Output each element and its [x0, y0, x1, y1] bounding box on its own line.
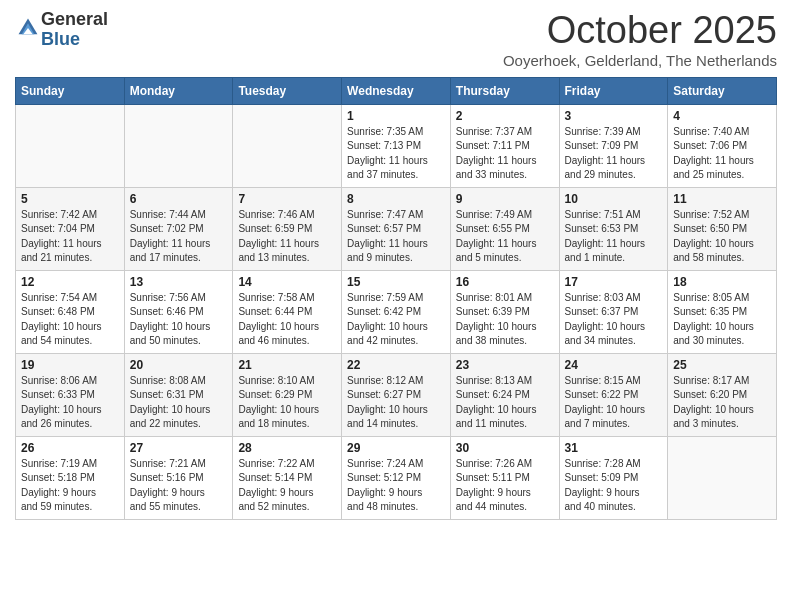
day-number: 29 [347, 441, 445, 455]
calendar-cell: 4Sunrise: 7:40 AM Sunset: 7:06 PM Daylig… [668, 104, 777, 187]
day-number: 4 [673, 109, 771, 123]
column-header-friday: Friday [559, 77, 668, 104]
day-number: 10 [565, 192, 663, 206]
day-number: 13 [130, 275, 228, 289]
month-title: October 2025 [503, 10, 777, 52]
column-header-monday: Monday [124, 77, 233, 104]
day-info: Sunrise: 7:35 AM Sunset: 7:13 PM Dayligh… [347, 125, 445, 183]
day-number: 20 [130, 358, 228, 372]
title-section: October 2025 Ooyerhoek, Gelderland, The … [503, 10, 777, 69]
calendar-cell: 31Sunrise: 7:28 AM Sunset: 5:09 PM Dayli… [559, 436, 668, 519]
day-info: Sunrise: 7:19 AM Sunset: 5:18 PM Dayligh… [21, 457, 119, 515]
calendar-cell: 6Sunrise: 7:44 AM Sunset: 7:02 PM Daylig… [124, 187, 233, 270]
calendar-cell [124, 104, 233, 187]
day-number: 26 [21, 441, 119, 455]
day-number: 25 [673, 358, 771, 372]
calendar-cell: 27Sunrise: 7:21 AM Sunset: 5:16 PM Dayli… [124, 436, 233, 519]
day-info: Sunrise: 7:54 AM Sunset: 6:48 PM Dayligh… [21, 291, 119, 349]
day-info: Sunrise: 8:17 AM Sunset: 6:20 PM Dayligh… [673, 374, 771, 432]
day-number: 24 [565, 358, 663, 372]
day-info: Sunrise: 7:47 AM Sunset: 6:57 PM Dayligh… [347, 208, 445, 266]
day-info: Sunrise: 8:01 AM Sunset: 6:39 PM Dayligh… [456, 291, 554, 349]
day-number: 18 [673, 275, 771, 289]
week-row-5: 26Sunrise: 7:19 AM Sunset: 5:18 PM Dayli… [16, 436, 777, 519]
day-info: Sunrise: 7:51 AM Sunset: 6:53 PM Dayligh… [565, 208, 663, 266]
day-info: Sunrise: 7:26 AM Sunset: 5:11 PM Dayligh… [456, 457, 554, 515]
week-row-3: 12Sunrise: 7:54 AM Sunset: 6:48 PM Dayli… [16, 270, 777, 353]
logo-icon [17, 17, 39, 39]
day-info: Sunrise: 8:08 AM Sunset: 6:31 PM Dayligh… [130, 374, 228, 432]
calendar-cell: 10Sunrise: 7:51 AM Sunset: 6:53 PM Dayli… [559, 187, 668, 270]
calendar-cell: 5Sunrise: 7:42 AM Sunset: 7:04 PM Daylig… [16, 187, 125, 270]
calendar-header-row: SundayMondayTuesdayWednesdayThursdayFrid… [16, 77, 777, 104]
calendar-cell: 30Sunrise: 7:26 AM Sunset: 5:11 PM Dayli… [450, 436, 559, 519]
day-number: 28 [238, 441, 336, 455]
day-number: 11 [673, 192, 771, 206]
day-info: Sunrise: 8:06 AM Sunset: 6:33 PM Dayligh… [21, 374, 119, 432]
calendar-cell: 24Sunrise: 8:15 AM Sunset: 6:22 PM Dayli… [559, 353, 668, 436]
calendar-cell: 1Sunrise: 7:35 AM Sunset: 7:13 PM Daylig… [342, 104, 451, 187]
calendar-cell: 2Sunrise: 7:37 AM Sunset: 7:11 PM Daylig… [450, 104, 559, 187]
day-info: Sunrise: 7:52 AM Sunset: 6:50 PM Dayligh… [673, 208, 771, 266]
day-number: 16 [456, 275, 554, 289]
day-info: Sunrise: 7:58 AM Sunset: 6:44 PM Dayligh… [238, 291, 336, 349]
calendar-cell: 22Sunrise: 8:12 AM Sunset: 6:27 PM Dayli… [342, 353, 451, 436]
week-row-4: 19Sunrise: 8:06 AM Sunset: 6:33 PM Dayli… [16, 353, 777, 436]
day-number: 31 [565, 441, 663, 455]
day-number: 27 [130, 441, 228, 455]
day-info: Sunrise: 7:40 AM Sunset: 7:06 PM Dayligh… [673, 125, 771, 183]
day-info: Sunrise: 8:12 AM Sunset: 6:27 PM Dayligh… [347, 374, 445, 432]
calendar-cell: 13Sunrise: 7:56 AM Sunset: 6:46 PM Dayli… [124, 270, 233, 353]
day-info: Sunrise: 7:21 AM Sunset: 5:16 PM Dayligh… [130, 457, 228, 515]
day-number: 14 [238, 275, 336, 289]
day-number: 1 [347, 109, 445, 123]
column-header-saturday: Saturday [668, 77, 777, 104]
calendar-cell: 19Sunrise: 8:06 AM Sunset: 6:33 PM Dayli… [16, 353, 125, 436]
day-info: Sunrise: 7:49 AM Sunset: 6:55 PM Dayligh… [456, 208, 554, 266]
day-info: Sunrise: 7:22 AM Sunset: 5:14 PM Dayligh… [238, 457, 336, 515]
logo: General Blue [15, 10, 108, 50]
day-number: 7 [238, 192, 336, 206]
day-number: 30 [456, 441, 554, 455]
day-number: 9 [456, 192, 554, 206]
column-header-tuesday: Tuesday [233, 77, 342, 104]
column-header-wednesday: Wednesday [342, 77, 451, 104]
calendar-cell: 23Sunrise: 8:13 AM Sunset: 6:24 PM Dayli… [450, 353, 559, 436]
calendar-cell: 7Sunrise: 7:46 AM Sunset: 6:59 PM Daylig… [233, 187, 342, 270]
day-info: Sunrise: 7:24 AM Sunset: 5:12 PM Dayligh… [347, 457, 445, 515]
calendar-cell [16, 104, 125, 187]
calendar-cell [233, 104, 342, 187]
day-number: 5 [21, 192, 119, 206]
column-header-thursday: Thursday [450, 77, 559, 104]
week-row-1: 1Sunrise: 7:35 AM Sunset: 7:13 PM Daylig… [16, 104, 777, 187]
week-row-2: 5Sunrise: 7:42 AM Sunset: 7:04 PM Daylig… [16, 187, 777, 270]
column-header-sunday: Sunday [16, 77, 125, 104]
calendar-cell: 25Sunrise: 8:17 AM Sunset: 6:20 PM Dayli… [668, 353, 777, 436]
day-info: Sunrise: 7:28 AM Sunset: 5:09 PM Dayligh… [565, 457, 663, 515]
calendar-cell: 14Sunrise: 7:58 AM Sunset: 6:44 PM Dayli… [233, 270, 342, 353]
day-number: 17 [565, 275, 663, 289]
page-header: General Blue October 2025 Ooyerhoek, Gel… [15, 10, 777, 69]
calendar-cell: 28Sunrise: 7:22 AM Sunset: 5:14 PM Dayli… [233, 436, 342, 519]
logo-general-text: General [41, 9, 108, 29]
day-info: Sunrise: 7:59 AM Sunset: 6:42 PM Dayligh… [347, 291, 445, 349]
day-number: 3 [565, 109, 663, 123]
calendar-cell: 3Sunrise: 7:39 AM Sunset: 7:09 PM Daylig… [559, 104, 668, 187]
day-info: Sunrise: 7:56 AM Sunset: 6:46 PM Dayligh… [130, 291, 228, 349]
calendar-cell: 9Sunrise: 7:49 AM Sunset: 6:55 PM Daylig… [450, 187, 559, 270]
day-info: Sunrise: 8:13 AM Sunset: 6:24 PM Dayligh… [456, 374, 554, 432]
day-number: 22 [347, 358, 445, 372]
day-info: Sunrise: 8:03 AM Sunset: 6:37 PM Dayligh… [565, 291, 663, 349]
calendar-cell: 29Sunrise: 7:24 AM Sunset: 5:12 PM Dayli… [342, 436, 451, 519]
calendar-cell [668, 436, 777, 519]
calendar-cell: 21Sunrise: 8:10 AM Sunset: 6:29 PM Dayli… [233, 353, 342, 436]
day-number: 6 [130, 192, 228, 206]
calendar-cell: 16Sunrise: 8:01 AM Sunset: 6:39 PM Dayli… [450, 270, 559, 353]
day-info: Sunrise: 7:39 AM Sunset: 7:09 PM Dayligh… [565, 125, 663, 183]
day-number: 12 [21, 275, 119, 289]
calendar-cell: 17Sunrise: 8:03 AM Sunset: 6:37 PM Dayli… [559, 270, 668, 353]
calendar-cell: 12Sunrise: 7:54 AM Sunset: 6:48 PM Dayli… [16, 270, 125, 353]
day-info: Sunrise: 8:10 AM Sunset: 6:29 PM Dayligh… [238, 374, 336, 432]
day-number: 15 [347, 275, 445, 289]
day-number: 23 [456, 358, 554, 372]
